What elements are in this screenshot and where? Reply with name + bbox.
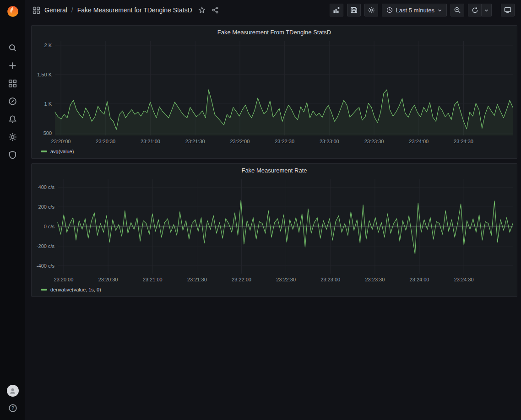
svg-text:23:24:00: 23:24:00 — [410, 277, 429, 282]
breadcrumb: General / Fake Measurement for TDengine … — [33, 6, 219, 14]
svg-text:23:21:00: 23:21:00 — [143, 277, 163, 282]
zoom-out-button[interactable] — [450, 4, 464, 16]
time-series-chart[interactable]: 400 c/s200 c/s0 c/s-200 c/s-400 c/s23:20… — [32, 177, 517, 285]
panel-fake-measurement: Fake Measurement From TDengine StatsD 50… — [31, 25, 517, 159]
refresh-icon — [472, 7, 478, 14]
sidebar-item-create[interactable] — [7, 60, 19, 71]
svg-text:23:24:30: 23:24:30 — [454, 139, 473, 144]
add-panel-icon — [333, 6, 340, 14]
svg-text:1.50 K: 1.50 K — [37, 72, 52, 77]
dashboards-grid-icon — [8, 79, 17, 88]
gear-icon — [8, 133, 17, 141]
svg-text:23:20:30: 23:20:30 — [96, 139, 115, 144]
sidebar-item-dashboards[interactable] — [7, 78, 19, 89]
clock-icon — [386, 7, 393, 13]
grafana-logo[interactable] — [5, 4, 21, 19]
sidebar: ? — [0, 0, 25, 420]
svg-text:0 c/s: 0 c/s — [44, 224, 55, 229]
svg-text:23:20:00: 23:20:00 — [54, 277, 74, 282]
panel-title[interactable]: Fake Measurement Rate — [32, 164, 517, 177]
legend-item[interactable]: derivative(value, 1s, 0) — [32, 285, 517, 296]
svg-text:-400 c/s: -400 c/s — [37, 263, 55, 269]
save-dashboard-button[interactable] — [347, 4, 361, 16]
svg-text:23:20:00: 23:20:00 — [51, 139, 71, 144]
legend-series-label: derivative(value, 1s, 0) — [50, 287, 101, 292]
user-avatar[interactable] — [7, 385, 19, 397]
svg-text:23:24:30: 23:24:30 — [454, 277, 474, 282]
sidebar-item-configuration[interactable] — [7, 131, 19, 142]
svg-text:-200 c/s: -200 c/s — [37, 243, 55, 249]
chevron-down-icon — [484, 8, 489, 13]
svg-text:500: 500 — [43, 130, 52, 136]
svg-text:2 K: 2 K — [44, 43, 52, 48]
top-bar-actions: Last 5 minutes — [330, 4, 515, 16]
compass-icon — [8, 97, 17, 106]
dashboards-icon-button[interactable] — [33, 6, 40, 14]
sidebar-item-alerting[interactable] — [7, 113, 19, 124]
panel-title[interactable]: Fake Measurement From TDengine StatsD — [32, 26, 517, 38]
svg-text:23:21:30: 23:21:30 — [185, 139, 205, 144]
user-icon — [9, 387, 16, 395]
svg-text:23:22:30: 23:22:30 — [276, 277, 296, 282]
svg-text:23:23:00: 23:23:00 — [320, 277, 340, 282]
panel-fake-measurement-rate: Fake Measurement Rate 400 c/s200 c/s0 c/… — [31, 163, 517, 297]
apps-grid-icon — [33, 6, 40, 14]
plus-icon — [8, 61, 17, 70]
gear-icon — [368, 6, 375, 14]
dashboard-settings-button[interactable] — [364, 4, 378, 16]
add-panel-button[interactable] — [330, 4, 343, 16]
help-button[interactable]: ? — [7, 403, 19, 414]
sidebar-bottom: ? — [7, 385, 19, 414]
dashboard-content: Fake Measurement From TDengine StatsD 50… — [25, 20, 521, 305]
question-circle-icon: ? — [8, 404, 17, 413]
kiosk-mode-button[interactable] — [501, 4, 515, 16]
sidebar-item-explore[interactable] — [7, 96, 19, 107]
share-icon — [212, 6, 219, 14]
svg-text:23:23:30: 23:23:30 — [364, 139, 384, 144]
breadcrumb-title[interactable]: Fake Measurement for TDengine StatsD — [77, 6, 192, 14]
breadcrumb-separator: / — [71, 6, 73, 14]
svg-text:23:22:00: 23:22:00 — [232, 277, 251, 282]
svg-text:23:20:30: 23:20:30 — [98, 277, 118, 282]
legend-item[interactable]: avg(value) — [32, 147, 517, 158]
svg-text:23:24:00: 23:24:00 — [409, 139, 429, 144]
svg-text:200 c/s: 200 c/s — [38, 204, 55, 210]
grafana-flame-icon — [6, 5, 20, 18]
time-range-picker[interactable]: Last 5 minutes — [382, 4, 447, 16]
save-icon — [350, 6, 358, 14]
svg-text:23:23:00: 23:23:00 — [320, 139, 339, 144]
sidebar-item-search[interactable] — [7, 42, 19, 53]
refresh-button[interactable] — [468, 4, 482, 16]
svg-text:?: ? — [11, 405, 14, 411]
favorite-button[interactable] — [198, 6, 206, 14]
time-range-label: Last 5 minutes — [396, 7, 434, 14]
sidebar-item-server-admin[interactable] — [7, 149, 19, 160]
chevron-down-icon — [437, 8, 442, 13]
svg-text:1 K: 1 K — [44, 101, 52, 107]
time-series-chart[interactable]: 5001 K1.50 K2 K23:20:0023:20:3023:21:002… — [32, 38, 517, 147]
sidebar-nav — [7, 42, 19, 160]
bell-icon — [8, 115, 17, 124]
legend-series-swatch — [41, 151, 47, 152]
top-bar: General / Fake Measurement for TDengine … — [25, 0, 521, 20]
legend-series-label: avg(value) — [50, 149, 74, 154]
svg-text:23:22:30: 23:22:30 — [275, 139, 294, 144]
grafana-app: ? General / Fake Measurement for TDengin… — [0, 0, 521, 420]
legend-series-swatch — [41, 289, 47, 291]
refresh-interval-dropdown[interactable] — [482, 4, 492, 16]
star-icon — [198, 6, 206, 14]
search-icon — [8, 43, 17, 52]
main-area: General / Fake Measurement for TDengine … — [25, 0, 521, 420]
refresh-button-group — [468, 4, 492, 16]
svg-text:23:23:30: 23:23:30 — [365, 277, 385, 282]
shield-icon — [8, 151, 17, 159]
breadcrumb-section[interactable]: General — [44, 6, 67, 14]
svg-text:400 c/s: 400 c/s — [38, 184, 55, 190]
zoom-out-icon — [454, 6, 461, 14]
svg-text:23:21:30: 23:21:30 — [187, 277, 207, 282]
svg-text:23:22:00: 23:22:00 — [230, 139, 250, 144]
tv-monitor-icon — [504, 6, 511, 14]
share-button[interactable] — [212, 6, 219, 14]
svg-text:23:21:00: 23:21:00 — [141, 139, 160, 144]
